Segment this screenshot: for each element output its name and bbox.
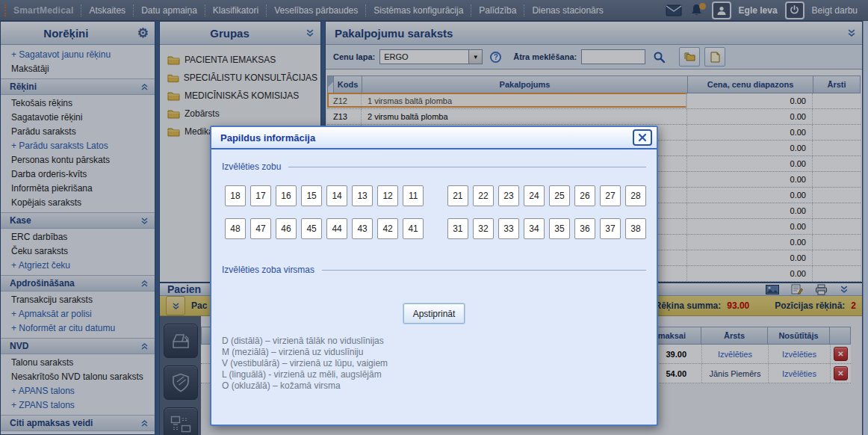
tooth-button[interactable]: 27 [600, 185, 621, 206]
tooth-button[interactable]: 24 [524, 185, 545, 206]
tooth-button[interactable]: 26 [574, 185, 595, 206]
tooth-button[interactable]: 46 [276, 218, 297, 239]
tooth-button[interactable]: 42 [377, 218, 398, 239]
tooth-button[interactable]: 32 [473, 218, 494, 239]
tooth-button[interactable]: 38 [625, 218, 646, 239]
tooth-button[interactable]: 28 [625, 185, 646, 206]
surface-legend: D (distālā) – virzienā tālāk no viduslīn… [222, 336, 646, 392]
tooth-button[interactable]: 16 [276, 185, 297, 206]
tooth-button[interactable]: 34 [524, 218, 545, 239]
legend-line: V (vestibulārā) – virzienā uz lūpu, vaig… [222, 358, 646, 369]
dialog-title: Papildus informācija [220, 132, 315, 144]
tooth-button[interactable]: 37 [600, 218, 621, 239]
tooth-button[interactable]: 35 [549, 218, 570, 239]
tooth-button[interactable]: 48 [225, 218, 246, 239]
tooth-button[interactable]: 14 [326, 185, 347, 206]
tooth-button[interactable]: 13 [352, 185, 373, 206]
close-icon[interactable] [633, 129, 652, 146]
tooth-button[interactable]: 21 [447, 185, 468, 206]
tooth-button[interactable]: 36 [574, 218, 595, 239]
tooth-button[interactable]: 33 [498, 218, 519, 239]
tooth-button[interactable]: 18 [225, 185, 246, 206]
tooth-button[interactable]: 23 [498, 185, 519, 206]
additional-info-dialog: Papildus informācija Izvēlēties zobu 18 … [210, 126, 658, 426]
legend-line: D (distālā) – virzienā tālāk no viduslīn… [222, 336, 646, 347]
tooth-button[interactable]: 12 [377, 185, 398, 206]
confirm-button[interactable]: Apstiprināt [403, 303, 465, 324]
tooth-section-header: Izvēlēties zobu [222, 161, 646, 172]
surface-section-header: Izvēlēties zoba virsmas [222, 265, 646, 275]
legend-line: M (meziālā) – virzienā uz viduslīniju [222, 347, 646, 358]
teeth-row-lower: 48 47 46 45 44 43 42 41 31 32 33 34 35 3… [222, 218, 646, 239]
tooth-button[interactable]: 47 [250, 218, 271, 239]
tooth-button[interactable]: 11 [403, 185, 424, 206]
tooth-button[interactable]: 41 [403, 218, 424, 239]
legend-line: O (okluzālā) – kožamā virsma [222, 380, 646, 392]
tooth-button[interactable]: 17 [250, 185, 271, 206]
tooth-button[interactable]: 45 [301, 218, 322, 239]
app-window: SmartMedical Atskaites Datu apmaiņa Klas… [0, 0, 868, 435]
teeth-row-upper: 18 17 16 15 14 13 12 11 21 22 23 24 25 2… [222, 185, 646, 206]
tooth-button[interactable]: 44 [326, 218, 347, 239]
tooth-button[interactable]: 15 [301, 185, 322, 206]
legend-line: L (linguālā) - virzienā uz mēli, augslēj… [222, 369, 646, 380]
tooth-button[interactable]: 22 [473, 185, 494, 206]
tooth-button[interactable]: 25 [549, 185, 570, 206]
tooth-button[interactable]: 31 [447, 218, 468, 239]
tooth-button[interactable]: 43 [352, 218, 373, 239]
dialog-title-bar[interactable]: Papildus informācija [211, 127, 657, 149]
